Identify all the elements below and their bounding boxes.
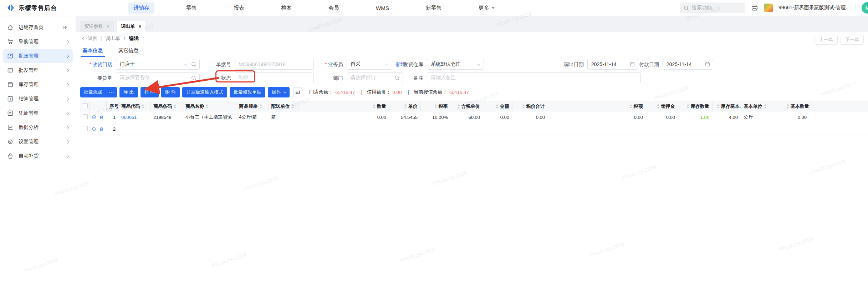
col-spec[interactable]: 商品规格 — [236, 101, 268, 111]
sort-icon[interactable] — [717, 104, 720, 109]
sidebar-item-purchase[interactable]: 采购管理 — [3, 35, 73, 49]
row-checkbox[interactable] — [83, 114, 88, 119]
batch-add-more-icon[interactable]: ··· — [106, 87, 117, 97]
export-button[interactable]: 导 出 — [119, 87, 138, 97]
search-icon[interactable] — [191, 62, 196, 67]
col-tax-rate[interactable]: 税率 — [420, 101, 451, 111]
sidebar-item-voucher[interactable]: 凭证管理 — [3, 106, 73, 120]
menu-item-retail[interactable]: 零售 — [181, 2, 202, 14]
sort-icon[interactable] — [522, 104, 525, 109]
sidebar-item-inventory[interactable]: 库存管理 — [3, 78, 73, 91]
sidebar-item-delivery[interactable]: 配送管理 — [3, 49, 73, 63]
col-tax-total[interactable]: 税价合计 — [512, 101, 548, 111]
sidebar-item-home[interactable]: 进销存首页 — [3, 21, 73, 34]
sort-icon[interactable] — [174, 104, 177, 109]
menu-item-wms[interactable]: WMS — [371, 3, 394, 13]
delete-row-icon[interactable] — [99, 115, 103, 120]
subtab-other-info[interactable]: 其它信息 — [118, 47, 138, 57]
row-checkbox[interactable] — [83, 126, 88, 131]
delete-row-icon[interactable] — [99, 126, 103, 132]
cell-product-name[interactable] — [183, 123, 236, 135]
cell-price[interactable] — [389, 123, 420, 135]
menu-item-reports[interactable]: 报表 — [229, 2, 249, 14]
printer-icon[interactable] — [751, 4, 759, 12]
cell-price[interactable]: 54.5455 — [389, 111, 420, 123]
sidebar-item-wholesale[interactable]: 批发管理 — [3, 64, 73, 77]
col-qty[interactable]: 数量 — [298, 101, 389, 111]
user-avatar[interactable]: N — [862, 2, 868, 14]
attachment-button[interactable]: 附 件 — [161, 87, 180, 97]
col-stock-qty[interactable]: 库存数量 — [678, 101, 712, 111]
cell-qty[interactable]: 0.00 — [298, 111, 389, 123]
col-tax-price[interactable]: 含税单价 — [451, 101, 483, 111]
add-row-icon[interactable] — [92, 126, 96, 132]
col-base-unit[interactable]: 基本单位 — [741, 101, 782, 111]
batch-add-button[interactable]: 批量添加 ··· — [80, 87, 117, 97]
col-amount[interactable]: 金额 — [483, 101, 512, 111]
close-icon[interactable]: × — [138, 24, 141, 29]
menu-item-inventory-suite[interactable]: 进销存 — [128, 2, 154, 14]
menu-item-more[interactable]: 更多 — [474, 2, 500, 14]
col-barcode[interactable]: 商品条码 — [150, 101, 183, 111]
brand[interactable]: 乐檬零售后台 — [0, 4, 68, 12]
search-input[interactable]: 搜索功能 — [680, 2, 745, 13]
col-product-name[interactable]: 商品名称 — [183, 101, 236, 111]
menu-item-members[interactable]: 会员 — [323, 2, 344, 14]
sort-icon[interactable] — [496, 104, 499, 109]
col-tax-amount[interactable]: 税额 — [548, 101, 646, 111]
select-all-checkbox[interactable] — [83, 103, 88, 108]
sort-icon[interactable] — [457, 104, 460, 109]
close-icon[interactable]: × — [107, 24, 109, 29]
sidebar-item-analytics[interactable]: 数据分析 — [3, 121, 73, 134]
remark-input[interactable]: 请输入备注 — [427, 72, 641, 83]
sort-icon[interactable] — [629, 104, 632, 109]
sort-icon[interactable] — [434, 104, 437, 109]
col-base-qty[interactable]: 基本数量 — [782, 101, 810, 111]
batch-add-label[interactable]: 批量添加 — [80, 87, 106, 97]
tab-transfer-out-order[interactable]: 调出单 × — [116, 21, 146, 32]
speed-input-mode-button[interactable]: 开启极速输入模式 — [182, 87, 227, 97]
column-settings-button[interactable] — [293, 87, 302, 97]
sidebar-item-settlement[interactable]: $ 结算管理 — [3, 92, 73, 106]
cell-tax-rate[interactable] — [420, 123, 451, 135]
search-icon[interactable] — [191, 75, 196, 81]
cell-product-code[interactable]: 000051 — [118, 111, 150, 123]
doc-no-input[interactable]: MO99661992270918 — [235, 59, 314, 70]
cell-product-code[interactable] — [118, 123, 150, 135]
cell-qty[interactable] — [298, 123, 389, 135]
account-name[interactable]: 99661-新界面果蔬版测试-管理... — [778, 5, 850, 11]
sidebar-item-auto-replenish[interactable]: 自动补货 — [3, 149, 73, 163]
prev-doc-button[interactable]: 上一单 — [815, 35, 838, 45]
cell-tax-price[interactable]: 60.00 — [451, 111, 483, 123]
col-stock-base[interactable]: 库存基本... — [712, 101, 741, 111]
print-button[interactable]: 打 印 — [141, 87, 159, 97]
subtab-basic-info[interactable]: 基本信息 — [83, 47, 103, 57]
sort-icon[interactable] — [404, 104, 407, 109]
sort-icon[interactable] — [657, 104, 660, 109]
collapse-sidebar-icon[interactable] — [63, 25, 68, 30]
sort-icon[interactable] — [142, 104, 144, 109]
out-date-input[interactable]: 2025-11-14 — [587, 59, 638, 70]
sort-icon[interactable] — [259, 104, 262, 109]
warehouse-select[interactable]: 系统默认仓库 — [427, 59, 484, 70]
batch-edit-button[interactable]: 批量修改单据 — [230, 87, 265, 97]
cell-tax-price[interactable] — [451, 123, 483, 135]
sort-icon[interactable] — [373, 104, 376, 109]
col-product-code[interactable]: 商品代码 — [118, 101, 150, 111]
receiving-store-label[interactable]: 收货门店 — [79, 59, 112, 70]
sort-icon[interactable] — [764, 104, 767, 109]
breadcrumb-parent[interactable]: 调出单 — [105, 35, 120, 42]
back-button[interactable]: 返回 — [83, 35, 98, 42]
menu-item-archives[interactable]: 档案 — [276, 2, 297, 14]
operate-dropdown-button[interactable]: 操作 — [268, 87, 290, 97]
col-basket-deposit[interactable]: 筐押金 — [646, 101, 678, 111]
sort-icon[interactable] — [206, 104, 209, 109]
sort-icon[interactable] — [291, 104, 294, 109]
col-delivery-unit[interactable]: 配送单位 — [268, 101, 298, 111]
sidebar-item-settings[interactable]: 设置管理 — [3, 135, 73, 149]
next-doc-button[interactable]: 下一单 — [841, 35, 864, 45]
sort-icon[interactable] — [686, 104, 689, 109]
pay-date-input[interactable]: 2025-11-14 — [663, 59, 713, 70]
tab-delivery-params[interactable]: 配送参数 × — [80, 21, 114, 32]
salesman-select[interactable]: 自采 — [347, 59, 392, 70]
